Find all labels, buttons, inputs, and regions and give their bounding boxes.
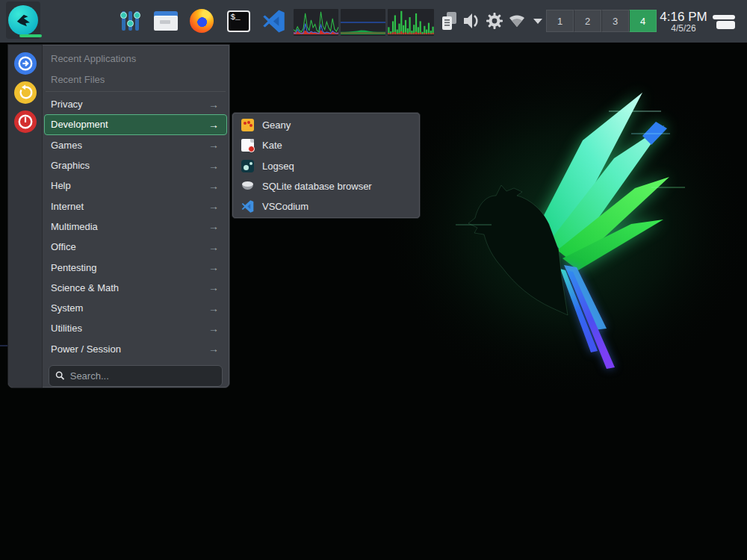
tray-expand-button[interactable] [527, 10, 548, 31]
category-help[interactable]: Help → [44, 175, 227, 196]
menu-separator [46, 91, 226, 92]
logseq-icon [241, 160, 254, 172]
sqlite-icon [241, 180, 254, 193]
app-logseq[interactable]: Logseq [235, 156, 417, 176]
workspace-4-active[interactable]: 4 [629, 10, 657, 32]
restart-icon [17, 84, 34, 101]
sliders-icon [120, 10, 141, 31]
submenu-arrow-icon: → [208, 343, 219, 355]
submenu-arrow-icon: → [208, 139, 219, 151]
submenu-arrow-icon: → [208, 220, 219, 232]
settings-manager-launcher[interactable] [117, 7, 144, 34]
active-indicator [19, 34, 42, 37]
terminal-launcher[interactable]: $_ [225, 7, 252, 34]
logout-icon [17, 55, 34, 72]
show-desktop-button[interactable] [710, 11, 738, 32]
recent-files-item[interactable]: Recent Files [44, 69, 227, 90]
shutdown-button[interactable] [14, 111, 37, 133]
submenu-arrow-icon: → [208, 160, 219, 172]
applications-menu: Recent Applications Recent Files Privacy… [7, 44, 230, 388]
top-panel: $_ [0, 0, 747, 43]
shutdown-icon [17, 113, 34, 130]
search-icon [55, 370, 65, 381]
category-multimedia[interactable]: Multimedia → [44, 217, 227, 237]
vscodium-icon [241, 200, 254, 213]
workspace-1[interactable]: 1 [546, 10, 574, 32]
submenu-arrow-icon: → [208, 180, 219, 192]
wifi-icon[interactable] [506, 10, 527, 31]
category-internet[interactable]: Internet → [44, 196, 227, 216]
menu-category-list: Recent Applications Recent Files Privacy… [43, 45, 229, 388]
folder-icon [154, 11, 178, 31]
category-games[interactable]: Games → [44, 135, 227, 155]
clipboard-tray-icon[interactable] [439, 10, 460, 31]
volume-icon[interactable] [462, 10, 483, 31]
submenu-arrow-icon: → [208, 119, 219, 131]
recent-applications-item[interactable]: Recent Applications [44, 48, 227, 69]
show-desktop-icon [711, 12, 737, 31]
submenu-arrow-icon: → [208, 99, 219, 111]
athena-logo-icon [8, 5, 38, 35]
category-system[interactable]: System → [44, 298, 227, 318]
firefox-icon [190, 9, 214, 33]
disk-graph[interactable] [388, 9, 434, 36]
development-submenu: Geany Kate Logseq SQLite database browse… [232, 112, 421, 219]
category-graphics[interactable]: Graphics → [44, 155, 227, 175]
menu-session-sidebar [8, 45, 43, 388]
terminal-icon: $_ [227, 10, 250, 32]
submenu-arrow-icon: → [208, 241, 219, 253]
recent-applications-label: Recent Applications [51, 53, 219, 64]
logout-button[interactable] [14, 52, 37, 75]
vscode-icon [262, 10, 285, 33]
workspace-2[interactable]: 2 [574, 10, 601, 32]
submenu-arrow-icon: → [208, 200, 219, 212]
submenu-arrow-icon: → [208, 302, 219, 314]
submenu-arrow-icon: → [208, 281, 219, 293]
category-power-session[interactable]: Power / Session → [44, 339, 227, 359]
workspace-3[interactable]: 3 [601, 10, 629, 32]
cpu-graph[interactable] [294, 9, 338, 36]
kate-icon [241, 139, 254, 152]
chevron-down-icon [533, 19, 542, 24]
file-manager-launcher[interactable] [152, 7, 179, 34]
workspace-switcher: 1 2 3 4 [546, 10, 657, 32]
clock-date: 4/5/26 [671, 24, 695, 34]
category-pentesting[interactable]: Pentesting → [44, 257, 227, 277]
app-sqlite-browser[interactable]: SQLite database browser [235, 176, 417, 196]
clock-time: 4:16 PM [660, 10, 707, 24]
gear-icon[interactable] [484, 10, 505, 31]
category-development-selected[interactable]: Development → [44, 114, 227, 134]
category-utilities[interactable]: Utilities → [44, 318, 227, 338]
app-geany[interactable]: Geany [235, 115, 417, 135]
clock[interactable]: 4:16 PM 4/5/26 [657, 5, 710, 38]
firefox-launcher[interactable] [188, 7, 215, 34]
search-input[interactable] [70, 370, 216, 382]
restart-button[interactable] [14, 81, 37, 104]
geany-icon [241, 119, 254, 131]
category-privacy[interactable]: Privacy → [44, 94, 227, 114]
applications-menu-button[interactable] [6, 1, 40, 39]
submenu-arrow-icon: → [208, 323, 219, 335]
app-kate[interactable]: Kate [235, 135, 417, 155]
submenu-arrow-icon: → [208, 261, 219, 273]
category-science-math[interactable]: Science & Math → [44, 278, 227, 298]
category-office[interactable]: Office → [44, 237, 227, 257]
network-graph[interactable] [341, 9, 385, 36]
app-vscodium[interactable]: VSCodium [235, 196, 417, 217]
menu-search [49, 365, 223, 387]
recent-files-label: Recent Files [51, 74, 219, 85]
vscode-launcher[interactable] [260, 7, 287, 34]
